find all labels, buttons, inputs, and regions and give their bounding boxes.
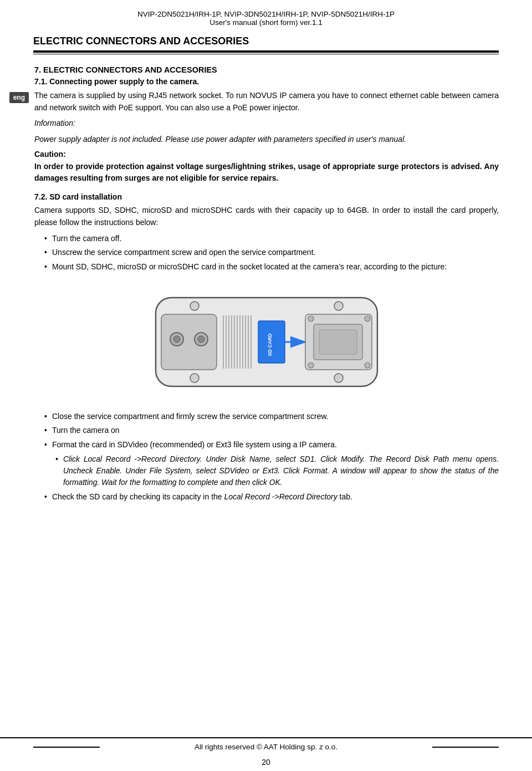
bullet-last-link: Local Record ->Record Directory bbox=[224, 492, 337, 501]
lang-badge: eng bbox=[9, 92, 29, 103]
footer-left-rule bbox=[33, 747, 100, 748]
click-text: Click bbox=[63, 455, 84, 463]
click-mid1: . Under bbox=[200, 455, 231, 463]
camera-diagram: SD CARD bbox=[34, 281, 499, 403]
click-mid5: . Under bbox=[120, 467, 150, 475]
list-item-last: Check the SD card by checking its capaci… bbox=[44, 491, 499, 503]
info-text: Power supply adapter is not included. Pl… bbox=[34, 134, 499, 146]
list-item: Format the card in SDVideo (recommended)… bbox=[44, 439, 499, 451]
bullet-last-text: Check the SD card by checking its capaci… bbox=[52, 492, 224, 501]
page-number: 20 bbox=[0, 755, 532, 771]
list-item: Unscrew the service compartment screw an… bbox=[44, 247, 499, 259]
list-item: Mount SD, SDHC, microSD or microSDHC car… bbox=[44, 261, 499, 273]
click-link3: SD1 bbox=[300, 455, 315, 463]
caution-label: Caution: bbox=[34, 150, 499, 159]
svg-point-7 bbox=[173, 336, 180, 343]
header-line1: NVIP-2DN5021H/IRH-1P, NVIP-3DN5021H/IRH-… bbox=[22, 10, 510, 18]
caution-text: In order to provide protection against v… bbox=[34, 161, 499, 185]
list-item-indent: Click Local Record ->Record Directory. U… bbox=[55, 453, 499, 489]
svg-point-29 bbox=[365, 316, 370, 321]
click-link6: File System bbox=[150, 467, 191, 475]
bullet-list-2: Close the service compartment and firmly… bbox=[44, 411, 499, 503]
page-header: NVIP-2DN5021H/IRH-1P, NVIP-3DN5021H/IRH-… bbox=[0, 0, 532, 31]
click-link5: Enable bbox=[96, 467, 120, 475]
section72-para1: Camera supports SD, SDHC, microSD and mi… bbox=[34, 205, 499, 228]
click-mid6: , select bbox=[191, 467, 219, 475]
section7-title: 7. ELECTRIC CONNECTORS AND ACCESORIES bbox=[34, 65, 499, 74]
click-ok: OK bbox=[269, 478, 280, 487]
svg-point-30 bbox=[308, 362, 314, 368]
page-title-section: ELECTRIC CONNECTORS AND ACCESORIES bbox=[0, 31, 532, 60]
svg-rect-27 bbox=[319, 330, 357, 354]
page: NVIP-2DN5021H/IRH-1P, NVIP-3DN5021H/IRH-… bbox=[0, 0, 532, 771]
content-area: eng 7. ELECTRIC CONNECTORS AND ACCESORIE… bbox=[0, 60, 532, 737]
click-link2: Disk Name bbox=[231, 455, 270, 463]
svg-rect-5 bbox=[161, 314, 217, 370]
click-dot: . bbox=[280, 478, 283, 487]
svg-point-4 bbox=[334, 374, 343, 382]
click-link8: Ext3 bbox=[263, 467, 278, 475]
footer-right-rule bbox=[432, 747, 499, 748]
bullet-list-1: Turn the camera off. Unscrew the service… bbox=[44, 233, 499, 273]
thick-divider bbox=[33, 50, 499, 53]
section72-title: 7.2. SD card installation bbox=[34, 192, 499, 201]
page-footer: All rights reserved © AAT Holding sp. z … bbox=[0, 737, 532, 755]
click-mid3: . Click bbox=[314, 455, 341, 463]
svg-text:SD CARD: SD CARD bbox=[267, 333, 273, 356]
page-title: ELECTRIC CONNECTORS AND ACCESORIES bbox=[33, 35, 499, 47]
click-mid8: . Click bbox=[278, 467, 303, 475]
svg-point-28 bbox=[308, 316, 314, 321]
list-item: Turn the camera off. bbox=[44, 233, 499, 245]
click-mid7: or bbox=[249, 467, 263, 475]
thin-divider bbox=[33, 54, 499, 54]
click-mid2: , select bbox=[270, 455, 300, 463]
click-link1: Local Record ->Record Directory bbox=[84, 455, 200, 463]
click-link7: SDVideo bbox=[219, 467, 249, 475]
click-link9: Format bbox=[303, 467, 328, 475]
info-label: Information: bbox=[34, 118, 499, 130]
svg-point-31 bbox=[365, 362, 370, 368]
section71-para1: The camera is supplied by using RJ45 net… bbox=[34, 90, 499, 114]
camera-svg: SD CARD bbox=[139, 281, 394, 403]
bullet-last-end: tab. bbox=[337, 492, 352, 501]
svg-point-9 bbox=[198, 336, 204, 343]
lang-sidebar: eng bbox=[0, 60, 29, 737]
header-line2: User's manual (short form) ver.1.1 bbox=[22, 18, 510, 27]
click-link4: Modify bbox=[341, 455, 363, 463]
list-item: Close the service compartment and firmly… bbox=[44, 411, 499, 423]
svg-point-2 bbox=[334, 302, 343, 310]
section71-title: 7.1. Connecting power supply to the came… bbox=[34, 77, 499, 86]
main-content: 7. ELECTRIC CONNECTORS AND ACCESORIES 7.… bbox=[29, 60, 532, 737]
list-item: Turn the camera on bbox=[44, 425, 499, 437]
svg-point-1 bbox=[190, 302, 199, 310]
svg-point-3 bbox=[190, 374, 199, 382]
footer-text: All rights reserved © AAT Holding sp. z … bbox=[195, 743, 337, 751]
